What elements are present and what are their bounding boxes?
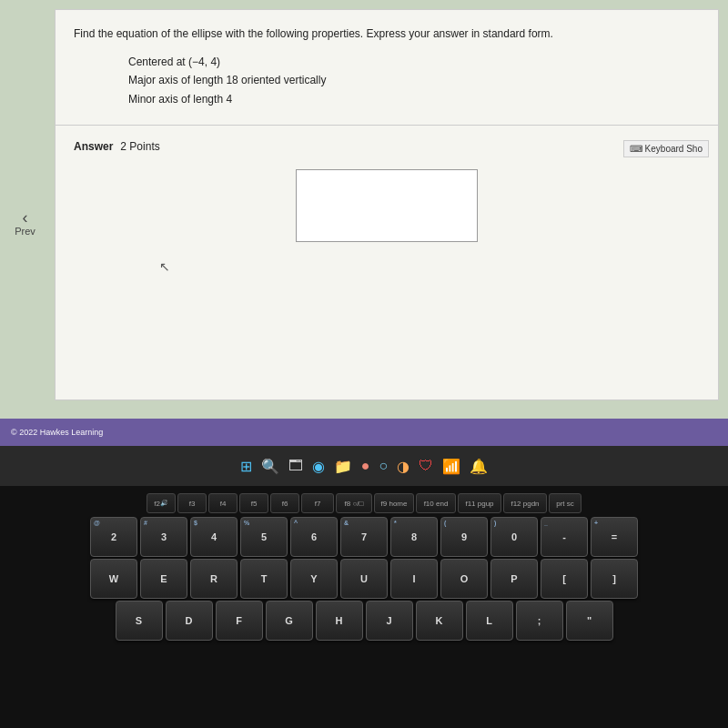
key-2[interactable]: @2 <box>90 517 137 557</box>
key-5[interactable]: %5 <box>240 517 288 557</box>
footer-bar: © 2022 Hawkes Learning <box>0 419 728 446</box>
key-f6[interactable]: f6 <box>270 493 299 513</box>
key-f5[interactable]: f5 <box>239 493 268 513</box>
key-l[interactable]: L <box>466 601 513 641</box>
wifi-icon[interactable]: 📶 <box>442 458 460 475</box>
key-semicolon[interactable]: ; <box>516 601 563 641</box>
key-f12[interactable]: f12 pgdn <box>503 493 547 513</box>
points-label: 2 Points <box>120 140 159 153</box>
answer-section: Answer 2 Points <box>56 133 718 160</box>
key-3-sub: # <box>144 520 147 526</box>
key-f10[interactable]: f10 end <box>416 493 456 513</box>
key-8[interactable]: *8 <box>390 517 438 557</box>
key-minus-sub: _ <box>544 520 548 526</box>
key-quote[interactable]: " <box>566 601 613 641</box>
key-8-sub: * <box>394 520 397 526</box>
key-f[interactable]: F <box>216 601 263 641</box>
key-prtsc[interactable]: prt sc <box>549 493 581 513</box>
key-k[interactable]: K <box>416 601 463 641</box>
divider <box>56 125 718 126</box>
app1-icon[interactable]: ○ <box>379 458 389 474</box>
qwerty-key-row: W E R T Y U I O P [ ] <box>90 559 638 599</box>
cursor: ↖ <box>159 259 170 274</box>
shield-icon[interactable]: 🛡 <box>419 458 433 474</box>
key-g[interactable]: G <box>266 601 313 641</box>
key-f8[interactable]: f8 ○/□ <box>336 493 372 513</box>
question-area: Find the equation of the ellipse with th… <box>56 10 718 117</box>
key-w[interactable]: W <box>90 559 137 599</box>
key-rbracket[interactable]: ] <box>591 559 638 599</box>
key-f7[interactable]: f7 <box>301 493 334 513</box>
notification-icon[interactable]: 🔔 <box>470 458 488 475</box>
prev-label: Prev <box>15 226 35 237</box>
key-lbracket[interactable]: [ <box>541 559 588 599</box>
asdf-key-row: S D F G H J K L ; " <box>116 601 613 641</box>
folder-icon[interactable]: 📁 <box>334 458 352 475</box>
key-f9[interactable]: f9 home <box>374 493 414 513</box>
key-7-sub: & <box>344 520 349 526</box>
copyright-text: © 2022 Hawkes Learning <box>11 428 103 437</box>
key-s[interactable]: S <box>116 601 163 641</box>
key-6-sub: ^ <box>294 520 298 526</box>
question-instruction: Find the equation of the ellipse with th… <box>74 26 700 42</box>
answer-input-box[interactable] <box>296 169 478 242</box>
key-2-sub: @ <box>94 520 100 526</box>
key-f11[interactable]: f11 pgup <box>458 493 501 513</box>
key-minus[interactable]: _- <box>541 517 588 557</box>
key-5-sub: % <box>244 520 249 526</box>
keyboard-shortcut-text: Keyboard Sho <box>645 144 703 154</box>
key-9[interactable]: (9 <box>440 517 488 557</box>
screen: Find the equation of the ellipse with th… <box>0 0 728 446</box>
key-4-sub: $ <box>194 520 197 526</box>
key-y[interactable]: Y <box>290 559 338 599</box>
edge-icon[interactable]: ◉ <box>312 458 325 475</box>
key-3[interactable]: #3 <box>140 517 187 557</box>
key-i[interactable]: I <box>390 559 438 599</box>
key-t[interactable]: T <box>240 559 288 599</box>
keyboard-icon: ⌨ <box>630 144 642 154</box>
taskview-icon[interactable]: 🗔 <box>288 458 303 474</box>
fn-key-row: f2🔊 f3 f4 f5 f6 f7 f8 ○/□ f9 home f10 en… <box>147 493 581 513</box>
browser2-icon[interactable]: ● <box>361 458 370 474</box>
key-0-sub: ) <box>494 520 496 526</box>
key-0[interactable]: )0 <box>490 517 538 557</box>
number-key-row: @2 #3 $4 %5 ^6 &7 *8 (9 )0 _- += <box>90 517 638 557</box>
key-plus[interactable]: += <box>591 517 638 557</box>
property-minor-axis: Minor axis of length 4 <box>128 90 700 108</box>
windows-icon[interactable]: ⊞ <box>240 458 252 475</box>
property-major-axis: Major axis of length 18 oriented vertica… <box>128 71 700 89</box>
prev-arrow-icon: ‹ <box>23 209 28 226</box>
key-9-sub: ( <box>444 520 446 526</box>
properties-list: Centered at (−4, 4) Major axis of length… <box>128 53 700 108</box>
key-7[interactable]: &7 <box>340 517 388 557</box>
answer-section-wrapper: Answer 2 Points ⌨ Keyboard Sho <box>56 133 718 160</box>
key-6[interactable]: ^6 <box>290 517 338 557</box>
content-panel: Find the equation of the ellipse with th… <box>55 9 719 400</box>
key-d[interactable]: D <box>166 601 213 641</box>
keyboard-area: f2🔊 f3 f4 f5 f6 f7 f8 ○/□ f9 home f10 en… <box>0 486 728 728</box>
key-j[interactable]: J <box>366 601 413 641</box>
key-4[interactable]: $4 <box>190 517 238 557</box>
prev-nav[interactable]: ‹ Prev <box>0 209 50 237</box>
key-o[interactable]: O <box>440 559 488 599</box>
key-f3[interactable]: f3 <box>177 493 207 513</box>
answer-box-area <box>56 160 718 260</box>
key-r[interactable]: R <box>190 559 238 599</box>
key-f2[interactable]: f2🔊 <box>147 493 176 513</box>
answer-label: Answer <box>74 140 113 153</box>
key-u[interactable]: U <box>340 559 388 599</box>
key-f4[interactable]: f4 <box>208 493 238 513</box>
app2-icon[interactable]: ◑ <box>397 458 410 475</box>
search-taskbar-icon[interactable]: 🔍 <box>261 458 279 475</box>
keyboard-shortcut-button[interactable]: ⌨ Keyboard Sho <box>623 140 709 157</box>
key-h[interactable]: H <box>316 601 363 641</box>
property-center: Centered at (−4, 4) <box>128 53 700 71</box>
taskbar: ⊞ 🔍 🗔 ◉ 📁 ● ○ ◑ 🛡 📶 🔔 <box>0 446 728 486</box>
key-e[interactable]: E <box>140 559 187 599</box>
key-p[interactable]: P <box>490 559 538 599</box>
key-plus-sub: + <box>594 520 598 526</box>
